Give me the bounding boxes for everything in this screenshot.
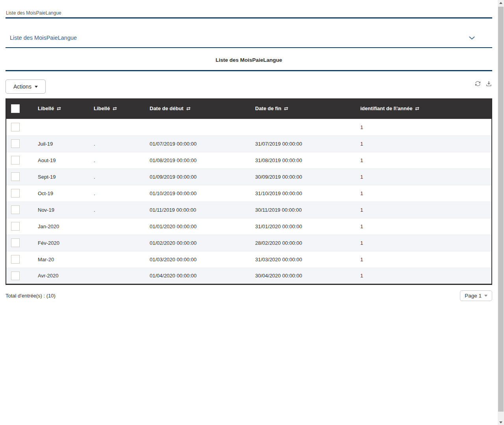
table-row[interactable]: Juil-19 . 01/07/2019 00:00:00 31/07/2019… bbox=[6, 135, 492, 152]
cell-annee-id: 1 bbox=[354, 119, 492, 135]
data-table: Libellé Libellé Date de début Date de fi… bbox=[6, 98, 492, 285]
table-row[interactable]: 1 bbox=[6, 119, 492, 135]
cell-libelle-2: . bbox=[87, 152, 143, 168]
select-all-checkbox[interactable] bbox=[11, 104, 20, 113]
table-row[interactable]: Oct-19 . 01/10/2019 00:00:00 31/10/2019 … bbox=[6, 185, 492, 201]
column-label: identifiant de l\'année bbox=[360, 105, 412, 111]
table-row[interactable]: Sept-19 . 01/09/2019 00:00:00 30/09/2019… bbox=[6, 168, 492, 185]
row-checkbox[interactable] bbox=[11, 238, 20, 247]
column-label: Libellé bbox=[38, 105, 54, 111]
cell-date-fin: 28/02/2020 00:00:00 bbox=[249, 235, 354, 251]
cell-annee-id: 1 bbox=[354, 235, 492, 251]
cell-libelle-1 bbox=[32, 119, 87, 135]
cell-annee-id: 1 bbox=[354, 135, 492, 152]
column-header-date-debut[interactable]: Date de début bbox=[143, 98, 249, 119]
cell-date-debut: 01/03/2020 00:00:00 bbox=[143, 251, 249, 268]
swap-arrows-icon[interactable] bbox=[415, 107, 420, 111]
row-checkbox[interactable] bbox=[11, 255, 20, 264]
accordion-header[interactable]: Liste des MoisPaieLangue bbox=[6, 18, 492, 48]
cell-date-fin: 31/10/2019 00:00:00 bbox=[249, 185, 354, 201]
scrollbar-up-arrow-icon[interactable] bbox=[498, 0, 504, 6]
cell-date-fin bbox=[249, 119, 354, 135]
row-checkbox[interactable] bbox=[11, 156, 20, 164]
cell-date-debut: 01/08/2019 00:00:00 bbox=[143, 152, 249, 168]
column-header-date-fin[interactable]: Date de fin bbox=[249, 98, 354, 119]
row-checkbox[interactable] bbox=[11, 123, 20, 131]
table-row[interactable]: Jan-2020 01/01/2020 00:00:00 31/01/2020 … bbox=[6, 218, 492, 235]
swap-arrows-icon[interactable] bbox=[56, 107, 61, 111]
column-header-identifiant-annee[interactable]: identifiant de l\'année bbox=[354, 98, 492, 119]
table-row[interactable]: Avr-2020 01/04/2020 00:00:00 30/04/2020 … bbox=[6, 268, 492, 284]
cell-date-debut: 01/07/2019 00:00:00 bbox=[143, 135, 249, 152]
table-tools bbox=[475, 81, 492, 87]
toolbar: Actions bbox=[6, 79, 492, 94]
cell-annee-id: 1 bbox=[354, 218, 492, 235]
table-row[interactable]: Mar-20 01/03/2020 00:00:00 31/03/2020 00… bbox=[6, 251, 492, 268]
swap-arrows-icon[interactable] bbox=[186, 107, 191, 111]
row-checkbox[interactable] bbox=[11, 205, 20, 214]
cell-libelle-1: Nov-19 bbox=[32, 201, 87, 218]
cell-libelle-2 bbox=[87, 218, 143, 235]
cell-libelle-1: Avr-2020 bbox=[32, 268, 87, 284]
cell-libelle-1: Aout-19 bbox=[32, 152, 87, 168]
row-checkbox[interactable] bbox=[11, 222, 20, 231]
page-selector-label: Page 1 bbox=[465, 293, 482, 299]
cell-libelle-2: . bbox=[87, 135, 143, 152]
page-title: Liste des MoisPaieLangue bbox=[6, 48, 492, 71]
chevron-down-icon[interactable] bbox=[469, 36, 475, 40]
cell-date-fin: 30/04/2020 00:00:00 bbox=[249, 268, 354, 284]
page-selector[interactable]: Page 1 bbox=[460, 290, 492, 301]
cell-annee-id: 1 bbox=[354, 251, 492, 268]
scrollbar-thumb[interactable] bbox=[498, 7, 504, 412]
column-header-libelle-2[interactable]: Libellé bbox=[87, 98, 143, 119]
actions-button[interactable]: Actions bbox=[6, 79, 46, 94]
cell-date-debut: 01/01/2020 00:00:00 bbox=[143, 218, 249, 235]
accordion-title: Liste des MoisPaieLangue bbox=[10, 35, 77, 41]
row-checkbox[interactable] bbox=[11, 139, 20, 148]
cell-date-fin: 30/09/2019 00:00:00 bbox=[249, 168, 354, 185]
cell-date-debut: 01/09/2019 00:00:00 bbox=[143, 168, 249, 185]
cell-date-debut: 01/04/2020 00:00:00 bbox=[143, 268, 249, 284]
breadcrumb-item[interactable]: Liste des MoisPaieLangue bbox=[6, 10, 61, 16]
cell-libelle-2 bbox=[87, 268, 143, 284]
cell-libelle-1: Fév-2020 bbox=[32, 235, 87, 251]
table-row[interactable]: Fév-2020 01/02/2020 00:00:00 28/02/2020 … bbox=[6, 235, 492, 251]
scrollbar[interactable] bbox=[498, 0, 504, 425]
cell-date-fin: 31/01/2020 00:00:00 bbox=[249, 218, 354, 235]
caret-down-icon bbox=[35, 86, 38, 88]
table-row[interactable]: Nov-19 . 01/11/2019 00:00:00 30/11/2019 … bbox=[6, 201, 492, 218]
row-checkbox[interactable] bbox=[11, 172, 20, 181]
cell-date-fin: 31/08/2019 00:00:00 bbox=[249, 152, 354, 168]
column-label: Libellé bbox=[94, 105, 110, 111]
row-checkbox[interactable] bbox=[11, 189, 20, 198]
total-entries-label: Total d'entrée(s) : (10) bbox=[6, 290, 56, 299]
cell-date-debut: 01/02/2020 00:00:00 bbox=[143, 235, 249, 251]
cell-libelle-2: . bbox=[87, 168, 143, 185]
table-row[interactable]: Aout-19 . 01/08/2019 00:00:00 31/08/2019… bbox=[6, 152, 492, 168]
cell-annee-id: 1 bbox=[354, 268, 492, 284]
cell-libelle-1: Juil-19 bbox=[32, 135, 87, 152]
column-label: Date de fin bbox=[255, 105, 281, 111]
cell-date-debut bbox=[143, 119, 249, 135]
cell-libelle-2 bbox=[87, 251, 143, 268]
cell-annee-id: 1 bbox=[354, 201, 492, 218]
cell-annee-id: 1 bbox=[354, 185, 492, 201]
download-icon[interactable] bbox=[486, 81, 492, 87]
cell-libelle-1: Sept-19 bbox=[32, 168, 87, 185]
swap-arrows-icon[interactable] bbox=[284, 107, 289, 111]
column-label: Date de début bbox=[150, 105, 183, 111]
refresh-icon[interactable] bbox=[475, 81, 481, 87]
scrollbar-down-arrow-icon[interactable] bbox=[498, 419, 504, 425]
list-footer: Total d'entrée(s) : (10) Page 1 bbox=[6, 290, 492, 301]
main-content: Liste des MoisPaieLangue Liste des MoisP… bbox=[6, 0, 492, 301]
column-header-libelle-1[interactable]: Libellé bbox=[32, 98, 87, 119]
cell-date-fin: 30/11/2019 00:00:00 bbox=[249, 201, 354, 218]
swap-arrows-icon[interactable] bbox=[112, 107, 117, 111]
cell-date-debut: 01/11/2019 00:00:00 bbox=[143, 201, 249, 218]
table-header-row: Libellé Libellé Date de début Date de fi… bbox=[6, 98, 492, 119]
cell-libelle-2: . bbox=[87, 201, 143, 218]
cell-libelle-1: Oct-19 bbox=[32, 185, 87, 201]
row-checkbox[interactable] bbox=[11, 272, 20, 280]
cell-libelle-2: . bbox=[87, 185, 143, 201]
cell-date-fin: 31/07/2019 00:00:00 bbox=[249, 135, 354, 152]
